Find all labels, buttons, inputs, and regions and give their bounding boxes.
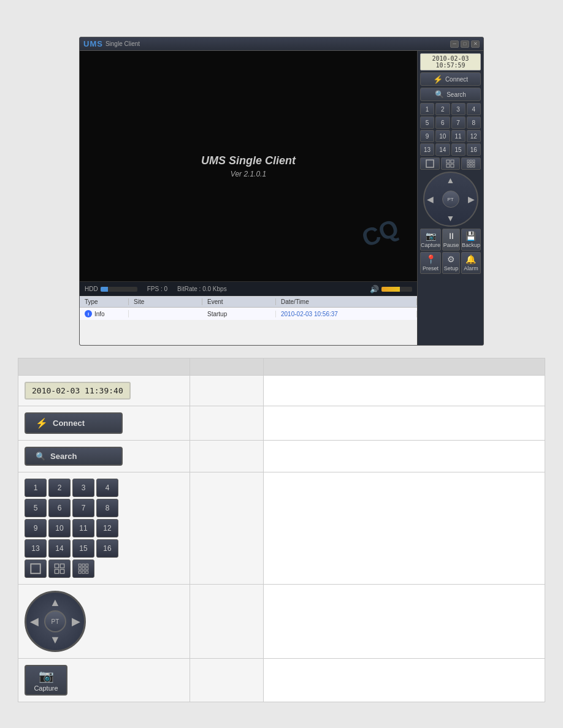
widget-datetime-display: 2010-02-03 11:39:40: [25, 382, 131, 400]
maximize-button[interactable]: □: [461, 40, 469, 48]
wnum-10[interactable]: 10: [48, 519, 71, 537]
svg-rect-25: [79, 571, 81, 574]
widget-cell-connect: ⚡ Connect: [18, 406, 190, 441]
connect-icon: ⚡: [36, 417, 48, 429]
num-btn-2[interactable]: 2: [435, 103, 450, 115]
layout-1x1[interactable]: [420, 157, 440, 170]
num-btn-4[interactable]: 4: [467, 103, 481, 115]
desc-cell-capture: [264, 659, 545, 702]
wnum-14[interactable]: 14: [48, 539, 71, 558]
backup-button[interactable]: 💾 Backup: [461, 229, 481, 251]
ptz-center-button[interactable]: PT: [442, 191, 459, 208]
num-btn-15[interactable]: 15: [451, 143, 465, 156]
hdd-bar: [101, 287, 137, 292]
number-grid: 1 2 3 4 5 6 7 8 9 10 11 12 13 14 15 16: [420, 103, 481, 156]
event-panel: Type Site Event Date/Time i Info Startup…: [80, 296, 417, 345]
app-window: UMS Single Client ─ □ ✕ UMS Single Clien…: [79, 37, 484, 346]
wnum-11[interactable]: 11: [72, 519, 94, 537]
svg-rect-27: [86, 571, 88, 574]
setup-button[interactable]: ⚙ Setup: [442, 252, 460, 274]
info-icon: i: [85, 310, 92, 317]
wnum-9[interactable]: 9: [25, 519, 47, 537]
layout-2x2[interactable]: [441, 157, 461, 170]
widget-connect-button[interactable]: ⚡ Connect: [25, 412, 123, 434]
wnum-8[interactable]: 8: [96, 499, 118, 517]
pause-button[interactable]: ⏸ Pause: [442, 229, 460, 251]
wnum-16[interactable]: 16: [96, 539, 118, 558]
svg-rect-2: [451, 160, 454, 163]
layout-3x3[interactable]: [461, 157, 481, 170]
num-btn-3[interactable]: 3: [451, 103, 465, 115]
num-btn-12[interactable]: 12: [467, 130, 481, 142]
num-btn-11[interactable]: 11: [451, 130, 465, 142]
event-cell-datetime: 2010-02-03 10:56:37: [276, 311, 417, 317]
wnum-4[interactable]: 4: [96, 479, 118, 497]
ptz-circle: ▲ ▼ ◀ ▶ PT: [423, 172, 478, 227]
wnum-13[interactable]: 13: [25, 539, 47, 558]
desc-cell-connect: [264, 406, 545, 441]
title-bar-left: UMS Single Client: [83, 39, 140, 48]
wnum-6[interactable]: 6: [48, 499, 71, 517]
capture-button[interactable]: 📷 Capture: [420, 229, 441, 251]
svg-rect-6: [470, 160, 472, 162]
wnum-5[interactable]: 5: [25, 499, 47, 517]
wlayout-1x1[interactable]: [25, 559, 47, 578]
num-btn-16[interactable]: 16: [467, 143, 481, 156]
connect-button[interactable]: ⚡ Connect: [420, 72, 481, 86]
widget-ptz-right[interactable]: ▶: [72, 615, 80, 628]
capture-icon: 📷: [426, 231, 436, 241]
wnum-3[interactable]: 3: [72, 479, 94, 497]
svg-rect-8: [467, 163, 469, 165]
svg-rect-4: [451, 164, 454, 167]
num-btn-8[interactable]: 8: [467, 116, 481, 129]
wnum-2[interactable]: 2: [48, 479, 71, 497]
num-btn-10[interactable]: 10: [435, 130, 450, 142]
app-body: UMS Single Client Ver 2.1.0.1 CQ HDD FPS…: [80, 51, 483, 345]
close-button[interactable]: ✕: [471, 40, 480, 48]
wlayout-2x2[interactable]: [48, 559, 71, 578]
widget-ptz-up[interactable]: ▲: [50, 596, 61, 609]
widget-ptz-left[interactable]: ◀: [30, 615, 39, 628]
hdd-label: HDD: [85, 286, 98, 292]
label-cell-ptz: [190, 585, 264, 659]
search-button[interactable]: 🔍 Search: [420, 88, 481, 101]
ptz-right-button[interactable]: ▶: [468, 194, 475, 204]
widget-cell-numgrid: 1 2 3 4 5 6 7 8 9 10 11 12 13: [18, 472, 190, 585]
num-btn-5[interactable]: 5: [420, 116, 434, 129]
ptz-up-button[interactable]: ▲: [446, 175, 455, 185]
widget-ptz-center[interactable]: PT: [44, 610, 66, 632]
num-btn-7[interactable]: 7: [451, 116, 465, 129]
volume-bar[interactable]: [381, 287, 412, 292]
wnum-1[interactable]: 1: [25, 479, 47, 497]
num-btn-14[interactable]: 14: [435, 143, 450, 156]
connect-icon: ⚡: [433, 75, 443, 84]
table-row: ⚡ Connect: [18, 406, 545, 441]
wnum-7[interactable]: 7: [72, 499, 94, 517]
ptz-down-button[interactable]: ▼: [446, 213, 455, 223]
ptz-left-button[interactable]: ◀: [427, 194, 434, 204]
wlayout-3x3[interactable]: [72, 559, 94, 578]
ptz-control: ▲ ▼ ◀ ▶ PT: [423, 172, 478, 227]
label-cell-datetime: [190, 376, 264, 406]
svg-rect-13: [473, 165, 475, 167]
num-btn-13[interactable]: 13: [420, 143, 434, 156]
search-widget-icon: 🔍: [36, 452, 45, 461]
alarm-button[interactable]: 🔔 Alarm: [461, 252, 481, 274]
left-panel: UMS Single Client Ver 2.1.0.1 CQ HDD FPS…: [80, 51, 417, 345]
widget-capture-button[interactable]: 📷 Capture: [25, 665, 67, 696]
svg-rect-24: [86, 567, 88, 570]
label-cell-numgrid: [190, 472, 264, 585]
preset-button[interactable]: 📍 Preset: [420, 252, 441, 274]
widget-search-button[interactable]: 🔍 Search: [25, 447, 123, 466]
widget-ptz-down[interactable]: ▼: [50, 634, 61, 646]
svg-rect-1: [446, 160, 450, 163]
num-btn-1[interactable]: 1: [420, 103, 434, 115]
svg-rect-17: [55, 569, 58, 573]
svg-rect-20: [82, 564, 85, 566]
num-btn-9[interactable]: 9: [420, 130, 434, 142]
num-btn-6[interactable]: 6: [435, 116, 450, 129]
svg-rect-7: [473, 160, 475, 162]
minimize-button[interactable]: ─: [450, 40, 459, 48]
wnum-12[interactable]: 12: [96, 519, 118, 537]
wnum-15[interactable]: 15: [72, 539, 94, 558]
